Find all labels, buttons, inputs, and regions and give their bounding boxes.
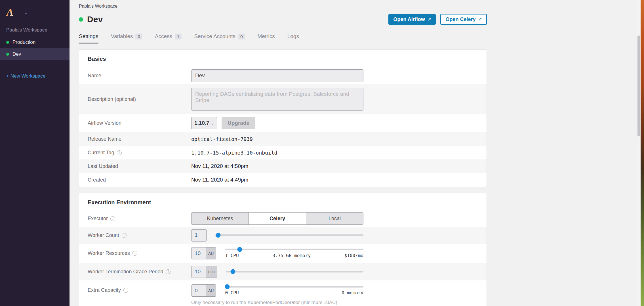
deployment-status-dot-icon	[79, 17, 83, 22]
worker-resources-input[interactable]	[191, 247, 206, 259]
extra-capacity-memory-label: 0 memory	[342, 290, 363, 295]
tab-label: Settings	[79, 33, 98, 39]
grace-period-unit: min	[206, 266, 217, 278]
info-icon: i	[122, 233, 127, 238]
sidebar-item-production[interactable]: Production	[0, 36, 70, 48]
tab-count-badge: 0	[238, 34, 245, 39]
upgrade-button[interactable]: Upgrade	[222, 117, 255, 129]
open-airflow-button[interactable]: Open Airflow ↗	[388, 14, 436, 25]
extra-capacity-input[interactable]	[191, 285, 206, 296]
sidebar: A ⌄ Paola's Workspace Production Dev + N…	[0, 0, 70, 306]
page-header: Dev Open Airflow ↗ Open Celery ↗	[79, 14, 487, 25]
worker-resources-input-group: AU	[191, 247, 216, 259]
execution-environment-card: Execution Environment Executor i Kuberne…	[79, 193, 487, 306]
created-row: Created Nov 11, 2020 at 4:49pm	[79, 173, 487, 187]
open-celery-label: Open Celery	[445, 16, 475, 22]
breadcrumb: Paola's Workspace	[79, 0, 487, 9]
extra-capacity-label: Extra Capacity	[88, 287, 121, 293]
tab-access[interactable]: Access 1	[155, 33, 182, 43]
worker-resources-unit: AU	[206, 247, 216, 259]
workspace-switcher[interactable]: A ⌄	[0, 0, 70, 18]
tab-settings[interactable]: Settings	[79, 33, 98, 43]
app-root: A ⌄ Paola's Workspace Production Dev + N…	[0, 0, 644, 306]
worker-count-slider-thumb[interactable]	[216, 233, 221, 238]
worker-count-slider[interactable]	[215, 234, 363, 236]
extra-capacity-input-group: AU	[191, 284, 216, 297]
open-celery-button[interactable]: Open Celery ↗	[440, 14, 487, 25]
main-area: Paola's Workspace Dev Open Airflow ↗ Ope…	[70, 0, 644, 306]
description-row: Description (optional)	[79, 84, 487, 114]
executor-row: Executor i Kubernetes Celery Local	[79, 210, 487, 227]
deployment-tabs: Settings Variables 0 Access 1 Service Ac…	[79, 33, 487, 43]
extra-capacity-cpu-label: 0 CPU	[225, 290, 239, 295]
info-icon: i	[110, 216, 115, 221]
created-label: Created	[88, 177, 106, 183]
worker-resources-cpu-label: 1 CPU	[225, 253, 239, 258]
worker-resources-label: Worker Resources	[88, 250, 130, 256]
extra-capacity-help-text: Only necessary to run the KubernetesPodO…	[191, 300, 478, 305]
worker-resources-slider-thumb[interactable]	[237, 247, 242, 252]
name-label: Name	[88, 73, 101, 79]
executor-segmented-control: Kubernetes Celery Local	[191, 212, 363, 225]
extra-capacity-slider[interactable]	[225, 286, 363, 288]
worker-resources-cost-label: $100/mo	[344, 253, 363, 258]
worker-count-row: Worker Count i	[79, 227, 487, 244]
executor-option-local[interactable]: Local	[306, 213, 363, 224]
external-link-icon: ↗	[478, 17, 482, 22]
worker-resources-memory-label: 3.75 GB memory	[272, 253, 311, 258]
worker-resources-slider[interactable]	[225, 249, 363, 250]
new-workspace-link[interactable]: + New Workspace	[0, 73, 70, 79]
executor-option-kubernetes[interactable]: Kubernetes	[191, 213, 249, 224]
grace-period-slider-thumb[interactable]	[230, 269, 235, 274]
basics-card: Basics Name Description (optional)	[79, 49, 487, 187]
created-value: Nov 11, 2020 at 4:49pm	[191, 177, 248, 183]
tab-logs[interactable]: Logs	[287, 33, 299, 43]
chevron-down-icon: ⌄	[211, 120, 214, 126]
deployment-status-dot-icon	[6, 41, 9, 44]
tab-metrics[interactable]: Metrics	[258, 33, 275, 43]
tab-variables[interactable]: Variables 0	[111, 33, 142, 43]
svg-text:A: A	[6, 7, 13, 18]
description-label: Description (optional)	[88, 96, 136, 102]
scrollbar-thumb[interactable]	[637, 36, 640, 136]
info-icon: i	[123, 288, 128, 293]
info-icon: i	[117, 150, 122, 155]
extra-capacity-unit: AU	[206, 285, 216, 296]
deployment-status-dot-icon	[6, 53, 9, 56]
description-input[interactable]	[191, 88, 363, 111]
tab-label: Logs	[287, 33, 299, 39]
airflow-version-label: Airflow Version	[88, 120, 121, 126]
grace-period-input[interactable]	[191, 266, 206, 278]
grace-period-input-group: min	[191, 266, 217, 278]
name-input[interactable]	[191, 69, 363, 82]
last-updated-value: Nov 11, 2020 at 4:50pm	[191, 163, 248, 169]
worker-count-input[interactable]	[191, 229, 207, 242]
airflow-version-row: Airflow Version 1.10.7 ⌄ Upgrade	[79, 114, 487, 132]
open-airflow-label: Open Airflow	[393, 16, 425, 22]
page-title: Dev	[87, 14, 103, 24]
sidebar-item-label: Dev	[12, 51, 21, 57]
astronomer-logo-icon: A	[6, 7, 20, 18]
airflow-version-select[interactable]: 1.10.7 ⌄	[191, 117, 217, 129]
tab-count-badge: 0	[135, 34, 142, 39]
section-title-basics: Basics	[79, 50, 487, 67]
extra-capacity-row: Extra Capacity i AU	[79, 280, 487, 306]
executor-option-celery[interactable]: Celery	[249, 213, 306, 224]
external-link-icon: ↗	[428, 17, 431, 22]
tab-label: Access	[155, 33, 172, 39]
sidebar-item-dev[interactable]: Dev	[0, 48, 70, 60]
sidebar-workspace-label: Paola's Workspace	[0, 18, 70, 36]
tab-label: Service Accounts	[194, 33, 235, 39]
chevron-down-icon: ⌄	[24, 9, 29, 15]
info-icon: i	[132, 251, 137, 256]
last-updated-row: Last Updated Nov 11, 2020 at 4:50pm	[79, 159, 487, 173]
worker-count-label: Worker Count	[88, 232, 119, 238]
page-scrollbar[interactable]	[637, 0, 641, 306]
tab-service-accounts[interactable]: Service Accounts 0	[194, 33, 245, 43]
section-title-execution: Execution Environment	[79, 193, 487, 210]
worker-resources-row: Worker Resources i AU	[79, 244, 487, 263]
extra-capacity-slider-thumb[interactable]	[225, 284, 230, 289]
executor-label: Executor	[88, 216, 108, 222]
current-tag-value: 1.10.7-15-alpine3.10-onbuild	[191, 150, 277, 156]
grace-period-slider[interactable]	[226, 271, 363, 272]
